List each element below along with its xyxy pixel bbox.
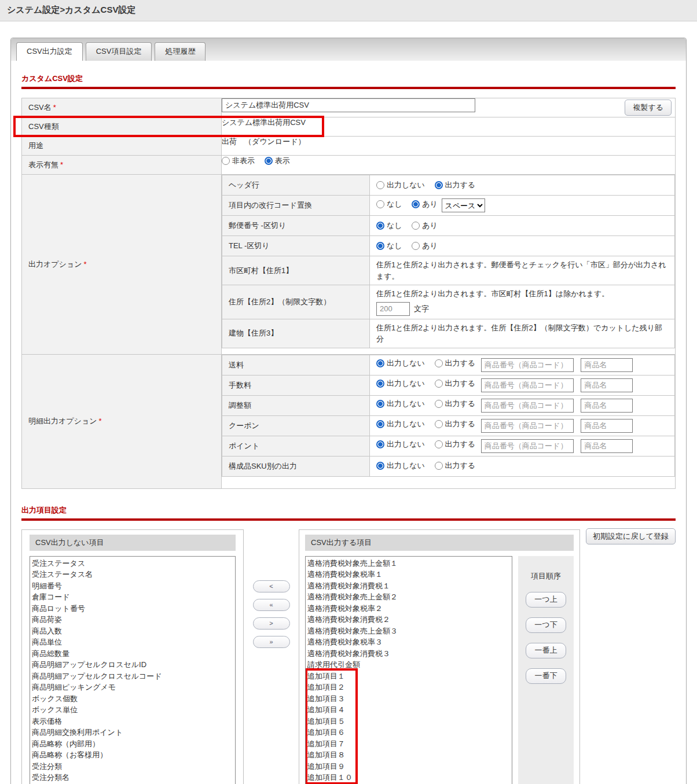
list-item[interactable]: 適格消費税対象税率２ — [307, 603, 512, 614]
radio-visibility-show[interactable]: 表示 — [265, 156, 290, 166]
list-item[interactable]: 追加項目６ — [307, 727, 512, 738]
list-item[interactable]: 商品総数量 — [32, 648, 235, 660]
radio-tel-none[interactable]: なし — [376, 241, 402, 251]
radio-detail-no-output[interactable]: 出力しない — [376, 419, 425, 429]
product-name-input[interactable] — [581, 419, 633, 433]
radio-detail-no-output[interactable]: 出力しない — [376, 439, 425, 450]
required-mark: * — [84, 260, 87, 268]
move-buttons-column: < « > » — [244, 529, 299, 654]
move-all-left-button[interactable]: « — [253, 599, 290, 611]
detail-option-row: 調整額 出力しない 出力する — [222, 395, 675, 415]
excluded-items-listbox[interactable]: 受注ステータス受注ステータス名明細番号倉庫コード商品ロット番号商品荷姿商品入数商… — [30, 556, 236, 784]
product-name-input[interactable] — [581, 358, 633, 372]
list-item[interactable]: 商品明細アップセルクロスセルコード — [32, 671, 235, 682]
product-code-input[interactable] — [481, 419, 574, 433]
csv-name-label: CSV名 — [28, 103, 52, 112]
tab-csv-item-settings[interactable]: CSV項目設定 — [86, 42, 152, 61]
move-left-button[interactable]: < — [253, 580, 290, 592]
product-name-input[interactable] — [581, 399, 633, 413]
list-item[interactable]: 表示価格 — [32, 716, 235, 727]
order-bottom-button[interactable]: 一番下 — [526, 668, 566, 684]
list-item[interactable]: 商品明細ピッキングメモ — [32, 682, 235, 693]
radio-zip-exists[interactable]: あり — [412, 220, 438, 231]
product-name-input[interactable] — [581, 378, 633, 392]
list-item[interactable]: 追加項目４ — [307, 704, 512, 716]
radio-detail-do-output[interactable]: 出力する — [435, 419, 476, 429]
list-item[interactable]: 商品略称（内部用） — [32, 738, 235, 750]
list-item[interactable]: 受注ステータス名 — [32, 569, 235, 580]
list-item[interactable]: 適格消費税対象売上金額１ — [307, 558, 512, 569]
radio-icon — [435, 420, 443, 428]
radio-icon — [376, 420, 384, 428]
list-item[interactable]: 倉庫コード — [32, 591, 235, 603]
list-item[interactable]: 受注分類 — [32, 761, 235, 772]
radio-icon — [376, 380, 384, 388]
list-item[interactable]: 商品ロット番号 — [32, 603, 235, 614]
radio-detail-no-output[interactable]: 出力しない — [376, 378, 425, 389]
list-item[interactable]: 追加項目１ — [307, 671, 512, 682]
product-code-input[interactable] — [481, 358, 574, 372]
radio-detail-do-output[interactable]: 出力する — [435, 378, 476, 389]
list-item[interactable]: 追加項目８ — [307, 749, 512, 761]
product-name-input[interactable] — [581, 439, 633, 453]
linebreak-replace-select[interactable]: スペース — [442, 198, 485, 212]
radio-headerrow-no[interactable]: 出力しない — [376, 180, 425, 190]
list-item[interactable]: 商品入数 — [32, 625, 235, 637]
list-item[interactable]: 適格消費税対象売上金額３ — [307, 625, 512, 637]
list-item[interactable]: 商品単位 — [32, 636, 235, 648]
radio-detail-do-output[interactable]: 出力する — [435, 358, 476, 369]
list-item[interactable]: 適格消費税対象税率１ — [307, 569, 512, 580]
order-up-button[interactable]: 一つ上 — [526, 592, 566, 608]
radio-headerrow-yes[interactable]: 出力する — [435, 180, 476, 190]
list-item[interactable]: ボックス単位 — [32, 704, 235, 716]
list-item[interactable]: ボックス個数 — [32, 693, 235, 705]
list-item[interactable]: 追加項目９ — [307, 761, 512, 772]
radio-sku-no-output[interactable]: 出力しない — [376, 461, 425, 471]
list-item[interactable]: 受注分類名 — [32, 772, 235, 783]
tab-processing-history[interactable]: 処理履歴 — [155, 42, 206, 61]
included-items-panel: CSV出力する項目 適格消費税対象売上金額１適格消費税対象税率１適格消費税対象消… — [299, 529, 580, 784]
radio-detail-do-output[interactable]: 出力する — [435, 399, 476, 409]
radio-detail-no-output[interactable]: 出力しない — [376, 399, 425, 409]
move-right-button[interactable]: > — [253, 617, 290, 630]
radio-visibility-hide[interactable]: 非表示 — [222, 156, 255, 166]
duplicate-button[interactable]: 複製する — [625, 100, 672, 116]
move-all-right-button[interactable]: » — [253, 636, 290, 648]
radio-zip-none[interactable]: なし — [376, 220, 402, 231]
list-item[interactable]: 商品荷姿 — [32, 614, 235, 625]
list-item[interactable]: 適格消費税対象税率３ — [307, 636, 512, 648]
product-code-input[interactable] — [481, 439, 574, 453]
list-item[interactable]: 商品略称（お客様用） — [32, 749, 235, 761]
list-item[interactable]: 受注ステータス — [32, 558, 235, 569]
building-address-label: 建物【住所3】 — [222, 319, 370, 348]
list-item[interactable]: 追加項目３ — [307, 693, 512, 705]
list-item[interactable]: 適格消費税対象消費税２ — [307, 614, 512, 625]
list-item[interactable]: 適格消費税対象消費税１ — [307, 580, 512, 592]
list-item[interactable]: 請求用代引金額 — [307, 659, 512, 671]
list-item[interactable]: 商品明細アップセルクロスセルID — [32, 659, 235, 671]
list-item[interactable]: 適格消費税対象売上金額２ — [307, 591, 512, 603]
list-item[interactable]: 追加項目７ — [307, 738, 512, 750]
radio-icon — [412, 222, 420, 230]
list-item[interactable]: 商品明細交換利用ポイント — [32, 727, 235, 738]
csv-name-input[interactable] — [222, 98, 475, 112]
reset-to-default-button[interactable]: 初期設定に戻して登録 — [586, 528, 676, 544]
radio-linebreak-none[interactable]: なし — [376, 199, 402, 209]
radio-detail-do-output[interactable]: 出力する — [435, 439, 476, 450]
radio-sku-do-output[interactable]: 出力する — [435, 461, 476, 471]
product-code-input[interactable] — [481, 378, 574, 392]
order-top-button[interactable]: 一番上 — [526, 643, 566, 658]
address2-limit-input[interactable] — [376, 302, 410, 316]
list-item[interactable]: 追加項目１０ — [307, 772, 512, 783]
list-item[interactable]: 明細番号 — [32, 580, 235, 592]
included-items-listbox[interactable]: 適格消費税対象売上金額１適格消費税対象税率１適格消費税対象消費税１適格消費税対象… — [305, 556, 512, 784]
list-item[interactable]: 追加項目５ — [307, 716, 512, 727]
radio-tel-exists[interactable]: あり — [412, 241, 438, 251]
list-item[interactable]: 適格消費税対象消費税３ — [307, 648, 512, 660]
product-code-input[interactable] — [481, 399, 574, 413]
radio-linebreak-exists[interactable]: あり — [412, 199, 438, 209]
list-item[interactable]: 追加項目２ — [307, 682, 512, 693]
radio-detail-no-output[interactable]: 出力しない — [376, 358, 425, 369]
order-down-button[interactable]: 一つ下 — [526, 617, 566, 633]
tab-csv-output-settings[interactable]: CSV出力設定 — [16, 42, 83, 61]
